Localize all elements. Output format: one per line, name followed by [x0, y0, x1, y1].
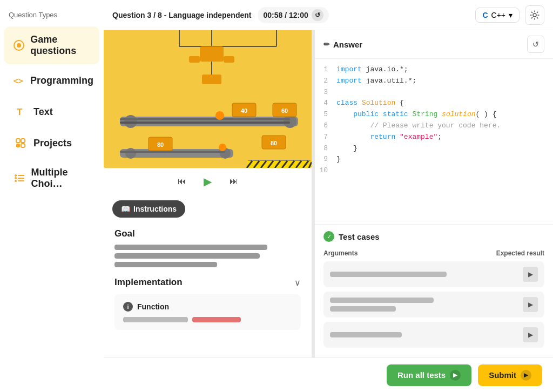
svg-point-14	[533, 13, 536, 17]
right-panel: ✏ Answer ↺ 1 import java.io.*; 2 import …	[315, 30, 553, 392]
svg-rect-35	[120, 149, 233, 158]
pencil-icon: ✏	[323, 40, 330, 49]
test-cases-header: ✓ Test cases	[323, 225, 544, 247]
game-area: 40 60 80 80	[104, 30, 312, 168]
settings-button[interactable]	[525, 5, 544, 25]
code-line-7: 7 return "example";	[315, 132, 553, 143]
code-editor: ✏ Answer ↺ 1 import java.io.*; 2 import …	[315, 30, 553, 225]
sidebar-item-mc-label: Multiple Choi…	[31, 167, 91, 190]
function-card: i Function	[114, 294, 301, 330]
svg-point-36	[125, 148, 136, 159]
svg-rect-7	[21, 144, 25, 147]
goal-text-bar-3	[114, 262, 217, 267]
svg-point-1	[17, 43, 21, 48]
run-tests-label: Run all tests	[397, 370, 446, 380]
tc-bar-2-1	[330, 298, 434, 303]
function-header: i Function	[123, 302, 292, 312]
topbar-right: C C++ ▾	[475, 5, 544, 25]
test-cases-check-icon: ✓	[323, 231, 334, 242]
svg-point-10	[15, 177, 17, 179]
sidebar-item-text[interactable]: T Text	[4, 97, 99, 127]
function-bar-gray	[123, 317, 188, 322]
code-body[interactable]: 1 import java.io.*; 2 import java.util.*…	[315, 59, 553, 224]
tab-instructions-label: Instructions	[133, 205, 177, 213]
function-bar-red	[192, 317, 241, 322]
test-case-row-2: ▶	[323, 292, 544, 317]
submit-arrow-icon: ▶	[521, 370, 531, 381]
submit-label: Submit	[489, 370, 516, 380]
svg-rect-29	[120, 121, 290, 124]
tc-row-2-content	[330, 298, 518, 312]
tc-bar-1-1	[330, 272, 447, 277]
svg-point-12	[15, 180, 17, 182]
tc-run-button-1[interactable]: ▶	[523, 267, 538, 282]
test-cases-title: Test cases	[339, 232, 380, 241]
code-header: ✏ Answer ↺	[315, 30, 553, 59]
code-line-6: 6 // Please write your code here.	[315, 120, 553, 132]
goal-text-bar-2	[114, 253, 260, 259]
tc-col-headers: Arguments Expected result	[323, 247, 544, 261]
svg-rect-6	[16, 144, 20, 147]
tc-row-1-content	[330, 272, 518, 277]
svg-point-8	[15, 174, 17, 177]
language-label: C++	[491, 11, 505, 19]
tc-bar-2-2	[330, 306, 396, 312]
code-line-8: 8 }	[315, 143, 553, 154]
code-line-5: 5 public static String solution( ) {	[315, 109, 553, 120]
tc-bar-3-1	[330, 332, 402, 337]
tc-run-button-3[interactable]: ▶	[523, 327, 538, 342]
run-tests-play-icon: ▶	[450, 370, 461, 381]
skip-back-button[interactable]: ⏮	[174, 174, 190, 189]
tc-run-button-2[interactable]: ▶	[523, 297, 538, 312]
sidebar-item-game[interactable]: Game questions	[4, 26, 99, 64]
sidebar-item-projects[interactable]: Projects	[4, 128, 99, 158]
timer-refresh-button[interactable]: ↺	[312, 9, 323, 21]
game-illustration: 40 60 80 80	[104, 30, 312, 168]
play-button[interactable]: ▶	[200, 174, 215, 189]
svg-text:T: T	[17, 107, 23, 117]
submit-button[interactable]: Submit ▶	[478, 364, 542, 386]
code-line-4: 4 class Solution {	[315, 98, 553, 109]
svg-text:60: 60	[281, 107, 288, 114]
game-controls: ⏮ ▶ ⏭	[104, 168, 312, 194]
cpp-icon: C	[482, 11, 488, 19]
test-case-row-1: ▶	[323, 261, 544, 287]
reset-button[interactable]: ↺	[527, 36, 544, 53]
implementation-header: Implementation ∨	[114, 277, 301, 288]
svg-rect-38	[120, 151, 225, 153]
language-selector[interactable]: C C++ ▾	[475, 8, 520, 23]
question-label: Question 3 / 8 - Language independent	[112, 11, 251, 19]
sidebar-item-multiple-choice[interactable]: Multiple Choi…	[4, 159, 99, 197]
info-icon: i	[123, 302, 133, 312]
main-area: Question 3 / 8 - Language independent 00…	[104, 0, 553, 392]
svg-text:40: 40	[241, 107, 247, 114]
code-line-2: 2 import java.util.*;	[315, 76, 553, 87]
game-icon	[13, 38, 25, 53]
topbar-left: Question 3 / 8 - Language independent 00…	[112, 7, 329, 23]
goal-title: Goal	[114, 228, 301, 239]
function-bars	[123, 317, 292, 322]
svg-point-30	[215, 111, 224, 120]
gear-icon	[530, 10, 539, 20]
chevron-down-icon[interactable]: ∨	[294, 278, 301, 288]
answer-title: ✏ Answer	[323, 40, 362, 49]
left-panel: 40 60 80 80	[104, 30, 312, 392]
skip-forward-button[interactable]: ⏭	[226, 174, 241, 189]
code-line-3: 3	[315, 87, 553, 98]
svg-point-39	[219, 144, 226, 151]
timer-area: 00:58 / 12:00 ↺	[258, 7, 328, 23]
projects-icon	[13, 136, 28, 151]
svg-rect-28	[120, 118, 290, 120]
content-area: 40 60 80 80	[104, 30, 553, 392]
answer-label: Answer	[333, 40, 362, 49]
test-case-row-3: ▶	[323, 322, 544, 348]
tab-instructions[interactable]: 📖 Instructions	[112, 200, 185, 218]
topbar: Question 3 / 8 - Language independent 00…	[104, 0, 553, 30]
svg-rect-11	[18, 178, 24, 179]
run-all-tests-button[interactable]: Run all tests ▶	[387, 364, 471, 386]
tc-row-3-content	[330, 332, 518, 337]
code-line-1: 1 import java.io.*;	[315, 64, 553, 76]
function-title: Function	[137, 302, 169, 311]
tab-bar: 📖 Instructions	[104, 194, 312, 218]
sidebar-item-programming[interactable]: <> Programming	[4, 65, 99, 96]
